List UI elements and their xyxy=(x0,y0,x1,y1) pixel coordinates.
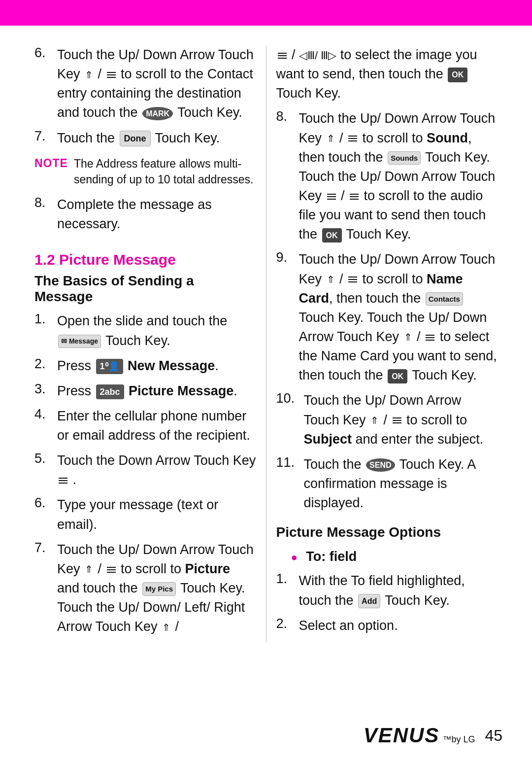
list-item: 3. Press 2abc Picture Message. xyxy=(34,382,256,401)
nav-dn2-icon xyxy=(348,136,357,141)
list-item: 1. With the To field highlighted, touch … xyxy=(276,571,498,610)
list-content: With the To field highlighted, touch the… xyxy=(299,571,498,610)
ok2-icon: OK xyxy=(322,228,342,243)
nav-dn3-icon xyxy=(348,277,357,282)
brand-name: VENUS xyxy=(364,724,440,747)
list-item: 7. Touch the Done Touch Key. xyxy=(34,129,256,148)
list-number: 9. xyxy=(276,250,299,385)
list-content: Press 2abc Picture Message. xyxy=(57,382,256,401)
add-button-icon: Add xyxy=(358,594,380,608)
list-item: 7. Touch the Up/ Down Arrow Touch Key ⇑ … xyxy=(34,540,256,637)
nav-dn5-icon xyxy=(393,417,401,423)
list-number: 11. xyxy=(276,455,304,513)
list-content: Touch the Down Arrow Touch Key . xyxy=(57,451,256,489)
list-item: 6. Touch the Up/ Down Arrow Touch Key ⇑ … xyxy=(34,45,256,123)
note-label: NOTE xyxy=(34,156,69,187)
options-list: To: field xyxy=(281,547,498,566)
list-content: Open the slide and touch the ✉ Message T… xyxy=(57,312,256,350)
new-message-key-icon: 1⁰👤 xyxy=(96,359,123,374)
note-block: NOTE The Address feature allows multi-se… xyxy=(34,156,256,187)
list-item: 2. Select an option. xyxy=(276,616,498,635)
list-number: 7. xyxy=(34,129,57,148)
up-down-arrow-icon: ⇑ xyxy=(85,68,93,82)
note-text: The Address feature allows multi-sending… xyxy=(74,156,256,187)
nav-up5-icon: ⇑ xyxy=(370,414,379,428)
down-menu-icon xyxy=(59,478,67,484)
to-field-label: To: field xyxy=(306,549,357,564)
done-button-icon: Done xyxy=(120,131,151,146)
nav-up-icon: ⇑ xyxy=(85,562,93,577)
nav-ud2-icon xyxy=(350,194,359,200)
footer: VENUS ™by LG 45 xyxy=(0,724,532,747)
list-item: 5. Touch the Down Arrow Touch Key . xyxy=(34,451,256,489)
list-number: 1. xyxy=(34,312,57,350)
list-item: 8. Complete the message as necessary. xyxy=(34,195,256,234)
list-content: Touch the Up/ Down Arrow Touch Key ⇑ / t… xyxy=(299,250,498,385)
list-item: 6. Type your message (text or email). xyxy=(34,495,256,534)
left-column: 6. Touch the Up/ Down Arrow Touch Key ⇑ … xyxy=(25,45,266,642)
list-item: 1. Open the slide and touch the ✉ Messag… xyxy=(34,312,256,350)
brand-area: VENUS ™by LG xyxy=(364,724,475,747)
nav-up4-icon: ⇑ xyxy=(404,330,412,345)
nav-up2-icon: ⇑ xyxy=(327,132,335,146)
nav-lr-icon xyxy=(278,53,287,59)
list-content: Touch the Up/ Down Arrow Touch Key ⇑ / t… xyxy=(57,540,256,637)
sounds-icon: Sounds xyxy=(388,151,421,165)
list-number: 4. xyxy=(34,407,57,445)
list-content: Touch the Up/ Down Arrow Touch Key ⇑ / t… xyxy=(299,109,498,244)
list-number: 1. xyxy=(276,571,299,610)
contacts-icon: Contacts xyxy=(426,292,463,306)
list-number: 3. xyxy=(34,382,57,401)
list-item: 8. Touch the Up/ Down Arrow Touch Key ⇑ … xyxy=(276,109,498,244)
list-content: Enter the cellular phone number or email… xyxy=(57,407,256,445)
list-content: Touch the Up/ Down Arrow Touch Key ⇑ / t… xyxy=(304,391,498,449)
my-pics-icon: My Pics xyxy=(142,582,176,596)
list-item: 4. Enter the cellular phone number or em… xyxy=(34,407,256,445)
message-icon: ✉ Message xyxy=(58,335,101,348)
subsection-title: The Basics of Sending a Message xyxy=(34,273,256,305)
nav-dn4-icon xyxy=(426,335,434,341)
send-icon: SEND xyxy=(366,458,395,472)
page-number: 45 xyxy=(485,727,502,745)
ok-button-icon: OK xyxy=(448,68,467,82)
list-number: 10. xyxy=(276,391,304,449)
right-column: / ◁Ⅲ/ Ⅲ▷ to select the image you want to… xyxy=(266,45,508,642)
list-content: Touch the Up/ Down Arrow Touch Key ⇑ / t… xyxy=(57,45,256,123)
list-content: Touch the SEND Touch Key. A confirmation… xyxy=(304,455,498,513)
picture-message-key-icon: 2abc xyxy=(96,384,124,399)
menu-line-icon xyxy=(107,72,116,78)
nav-up3-icon: ⇑ xyxy=(327,273,335,287)
list-number: 8. xyxy=(34,195,57,234)
list-content: Type your message (text or email). xyxy=(57,495,256,534)
list-number: 7. xyxy=(34,540,57,637)
list-content: Select an option. xyxy=(299,616,498,635)
list-number: 5. xyxy=(34,451,57,489)
nav-menu-icon xyxy=(107,567,116,573)
mark-icon: MARK xyxy=(142,107,173,120)
top-bar xyxy=(0,0,532,26)
list-item: 10. Touch the Up/ Down Arrow Touch Key ⇑… xyxy=(276,391,498,449)
list-item: 9. Touch the Up/ Down Arrow Touch Key ⇑ … xyxy=(276,250,498,385)
list-content: Press 1⁰👤 New Message. xyxy=(57,356,256,376)
list-number: 8. xyxy=(276,109,299,244)
options-title: Picture Message Options xyxy=(276,524,498,540)
list-number: 2. xyxy=(276,616,299,635)
list-content: / ◁Ⅲ/ Ⅲ▷ to select the image you want to… xyxy=(276,45,498,103)
section-title: 1.2 Picture Message xyxy=(34,251,256,268)
list-number: 6. xyxy=(34,45,57,123)
list-content: Touch the Done Touch Key. xyxy=(57,129,256,148)
ok3-icon: OK xyxy=(388,369,407,383)
list-number: 2. xyxy=(34,356,57,376)
option-item: To: field xyxy=(291,547,498,566)
brand-bylg: ™by LG xyxy=(442,734,475,745)
list-number: 6. xyxy=(34,495,57,534)
nav-all-arrows-icon: ⇑ xyxy=(162,621,170,635)
list-item: / ◁Ⅲ/ Ⅲ▷ to select the image you want to… xyxy=(276,45,498,103)
list-item: 2. Press 1⁰👤 New Message. xyxy=(34,356,256,376)
nav-ud-icon xyxy=(327,194,336,200)
list-content: Complete the message as necessary. xyxy=(57,195,256,234)
list-item: 11. Touch the SEND Touch Key. A confirma… xyxy=(276,455,498,513)
